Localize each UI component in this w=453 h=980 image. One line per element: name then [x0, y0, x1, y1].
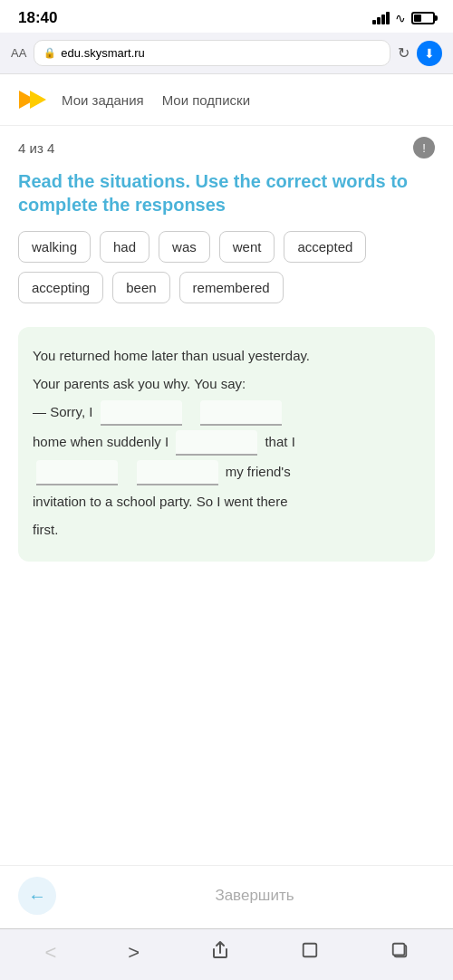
app-header: Мои задания Мои подписки [0, 74, 453, 126]
exercise-text: You returned home later than usual yeste… [33, 343, 420, 542]
signal-icon [372, 12, 390, 24]
instruction-text: Read the situations. Use the correct wor… [18, 169, 435, 216]
reload-button[interactable]: ↻ [398, 44, 410, 62]
ios-tabs-button[interactable] [381, 937, 418, 968]
status-bar: 18:40 ∿ [0, 0, 453, 33]
lock-icon: 🔒 [43, 47, 56, 59]
word-chip-been[interactable]: been [112, 272, 169, 303]
word-chip-accepting[interactable]: accepting [18, 272, 103, 303]
app-logo [18, 85, 47, 114]
battery-icon [411, 12, 435, 24]
text-friends: my friend's [226, 464, 291, 479]
finish-button[interactable]: Завершить [74, 887, 435, 905]
exercise-line5: first. [33, 517, 420, 542]
word-chip-had[interactable]: had [100, 231, 149, 263]
word-chip-accepted[interactable]: accepted [284, 231, 366, 263]
progress-label: 4 из 4 [18, 140, 54, 156]
download-icon: ⬇ [424, 46, 435, 61]
text-first: first. [33, 522, 58, 537]
word-chip-was[interactable]: was [159, 231, 210, 263]
text-invitation: invitation to a school party. So I went … [33, 494, 288, 509]
context-line1: You returned home later than usual yeste… [33, 343, 420, 368]
finish-bar: ← Завершить [0, 865, 453, 926]
word-chip-remembered[interactable]: remembered [179, 272, 284, 303]
download-button[interactable]: ⬇ [417, 41, 442, 66]
ios-forward-button[interactable]: > [119, 937, 149, 968]
nav-my-subscriptions[interactable]: Мои подписки [162, 92, 250, 108]
nav-my-tasks[interactable]: Мои задания [62, 92, 144, 108]
blank-2[interactable] [200, 400, 282, 426]
text-that: that I [265, 434, 294, 449]
play-icon-yellow [30, 91, 46, 109]
exercise-line1: — Sorry, I [33, 399, 420, 426]
blank-5[interactable] [137, 460, 218, 485]
context-line2: Your parents ask you why. You say: [33, 371, 420, 396]
flag-icon: ! [413, 137, 435, 159]
url-bar[interactable]: 🔒 edu.skysmart.ru [34, 40, 390, 66]
blank-3[interactable] [176, 430, 257, 456]
text-home: home when suddenly I [33, 434, 169, 449]
instruction-block: Read the situations. Use the correct wor… [0, 166, 453, 231]
progress-row: 4 из 4 ! [0, 126, 453, 166]
svg-rect-0 [303, 944, 316, 957]
url-text: edu.skysmart.ru [61, 46, 144, 60]
main-nav: Мои задания Мои подписки [62, 92, 250, 108]
wifi-icon: ∿ [395, 11, 406, 25]
ios-back-button[interactable]: < [35, 937, 65, 968]
blank-4[interactable] [36, 460, 118, 485]
browser-bar: AA 🔒 edu.skysmart.ru ↻ ⬇ [0, 33, 453, 74]
ios-bookmarks-button[interactable] [292, 937, 328, 969]
font-size-control[interactable]: AA [11, 46, 26, 60]
back-button[interactable]: ← [18, 877, 56, 915]
status-time: 18:40 [18, 9, 57, 27]
blank-1[interactable] [101, 400, 182, 426]
exercise-card: You returned home later than usual yeste… [18, 327, 435, 562]
exercise-line3: my friend's [33, 459, 420, 485]
dash-label: — Sorry, I [33, 404, 92, 419]
word-bank: walking had was went accepted accepting … [0, 231, 453, 318]
ios-browser-nav: < > [0, 928, 453, 980]
word-chip-walking[interactable]: walking [18, 231, 91, 263]
status-icons: ∿ [372, 11, 435, 25]
svg-rect-2 [392, 944, 404, 956]
exercise-line4: invitation to a school party. So I went … [33, 489, 420, 514]
ios-share-button[interactable] [202, 937, 238, 969]
exercise-line2: home when suddenly I that I [33, 429, 420, 456]
word-chip-went[interactable]: went [219, 231, 275, 263]
